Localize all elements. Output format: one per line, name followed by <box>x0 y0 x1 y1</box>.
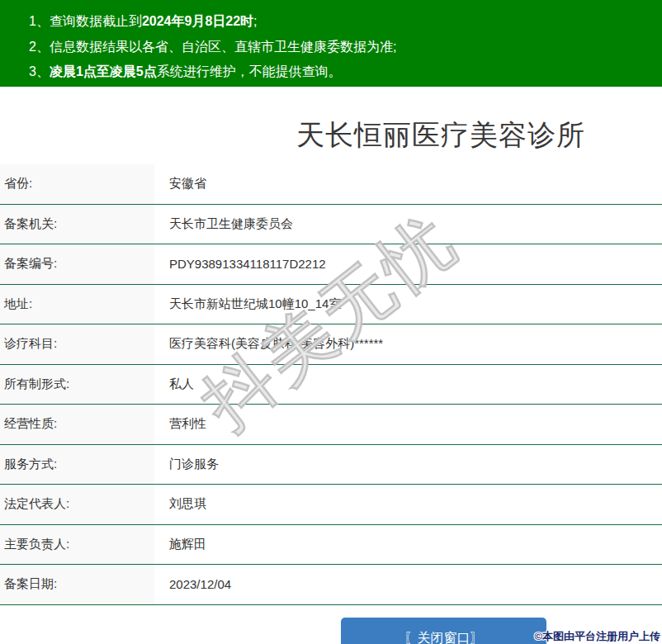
row-value: 门诊服务 <box>154 445 219 485</box>
notice-banner: 1、查询数据截止到2024年9月8日22时;2、信息数据结果以各省、自治区、直辖… <box>0 0 662 87</box>
row-label: 备案机关: <box>0 205 154 244</box>
row-label: 备案日期: <box>0 565 154 604</box>
notice-segment: 系统进行维护，不能提供查询。 <box>157 64 342 78</box>
notice-line: 1、查询数据截止到2024年9月8日22时; <box>29 9 654 35</box>
row-value: 私人 <box>154 365 194 405</box>
notice-segment: 3、 <box>29 64 50 78</box>
row-value: 天长市新站世纪城10幢10_14室 <box>154 285 341 324</box>
table-row: 备案编号:PDY93891334118117D2212 <box>0 244 662 285</box>
row-value: 医疗美容科(美容皮肤科 美容外科)****** <box>154 324 383 364</box>
notice-segment: 1、 <box>29 14 50 28</box>
row-label: 经营性质: <box>0 405 154 444</box>
close-window-button[interactable]: 〖关闭窗口〗 <box>341 618 546 644</box>
notice-segment: ; <box>253 14 257 28</box>
row-value: 施辉田 <box>154 525 206 565</box>
row-value: 营利性 <box>154 405 206 444</box>
notice-list: 1、查询数据截止到2024年9月8日22时;2、信息数据结果以各省、自治区、直辖… <box>29 9 654 85</box>
record-table: 省份:安徽省备案机关:天长市卫生健康委员会备案编号:PDY93891334118… <box>0 164 662 605</box>
table-row: 地址:天长市新站世纪城10幢10_14室 <box>0 285 662 325</box>
row-label: 服务方式: <box>0 445 154 485</box>
table-row: 主要负责人:施辉田 <box>0 525 662 566</box>
table-row: 备案机关:天长市卫生健康委员会 <box>0 205 662 245</box>
notice-segment: 2024年9月8日22时 <box>142 14 253 28</box>
row-label: 备案编号: <box>0 244 154 284</box>
table-row: 诊疗科目:医疗美容科(美容皮肤科 美容外科)****** <box>0 324 662 365</box>
row-label: 诊疗科目: <box>0 324 154 364</box>
table-row: 法定代表人:刘思琪 <box>0 485 662 525</box>
row-label: 省份: <box>0 164 154 204</box>
attribution-text: ©本图由平台注册用户上传 <box>534 629 660 644</box>
notice-line: 2、信息数据结果以各省、自治区、直辖市卫生健康委数据为准; <box>29 35 654 60</box>
row-label: 所有制形式: <box>0 365 154 405</box>
table-row: 所有制形式:私人 <box>0 365 662 405</box>
notice-segment: 凌晨1点至凌晨5点 <box>50 64 157 78</box>
table-row: 经营性质:营利性 <box>0 405 662 445</box>
notice-segment: 查询数据截止到 <box>50 14 142 28</box>
clinic-title: 天长恒丽医疗美容诊所 <box>110 116 662 154</box>
table-row: 服务方式:门诊服务 <box>0 445 662 485</box>
notice-line: 3、凌晨1点至凌晨5点系统进行维护，不能提供查询。 <box>29 59 654 85</box>
notice-segment: 2、 <box>29 40 50 54</box>
notice-segment: 信息数据结果以各省、自治区、直辖市卫生健康委数据为准; <box>50 40 396 54</box>
table-row: 备案日期:2023/12/04 <box>0 565 662 605</box>
row-value: 安徽省 <box>154 164 206 204</box>
row-label: 地址: <box>0 285 154 324</box>
row-label: 法定代表人: <box>0 485 154 524</box>
row-label: 主要负责人: <box>0 525 154 565</box>
table-row: 省份:安徽省 <box>0 164 662 205</box>
row-value: 2023/12/04 <box>154 565 231 604</box>
row-value: 天长市卫生健康委员会 <box>154 205 293 244</box>
row-value: 刘思琪 <box>154 485 206 524</box>
row-value: PDY93891334118117D2212 <box>154 244 326 284</box>
